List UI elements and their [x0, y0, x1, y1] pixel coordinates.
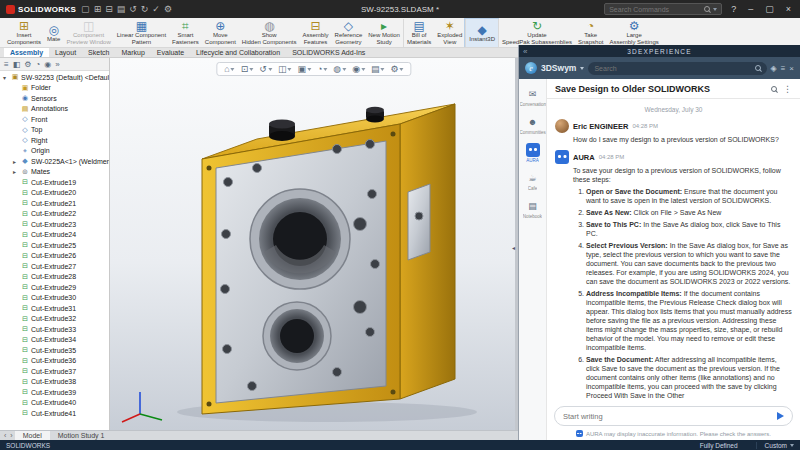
close-button[interactable]: ×: [783, 4, 794, 14]
tree-item[interactable]: ⊟ Cut-Extrude36: [0, 356, 109, 367]
tree-item[interactable]: ⊟ Cut-Extrude19: [0, 177, 109, 188]
view-toolbar-icon[interactable]: ⊡: [241, 64, 254, 74]
expand-caret-icon[interactable]: ▸: [13, 158, 19, 165]
ribbon-tab[interactable]: Lifecycle and Collaboration: [190, 48, 286, 57]
chevron-down-icon[interactable]: [307, 68, 311, 71]
ribbon-button[interactable]: ⊕ Move Component: [202, 19, 239, 47]
rail-item[interactable]: ▤ Notebook: [520, 199, 546, 219]
swym-search-box[interactable]: [588, 62, 766, 75]
search-in-conversation-icon[interactable]: [771, 86, 777, 92]
compass-icon[interactable]: e: [525, 62, 537, 74]
view-toolbar-icon[interactable]: ⌂: [224, 64, 234, 74]
tree-item[interactable]: ⊟ Cut-Extrude39: [0, 387, 109, 398]
ribbon-button[interactable]: ◔ Take Snapshot: [575, 19, 606, 47]
ribbon-button[interactable]: ▸ New Motion Study: [365, 19, 403, 47]
chevron-down-icon[interactable]: [400, 68, 404, 71]
ribbon-button[interactable]: ◎ Mate: [44, 19, 63, 47]
collapse-icon[interactable]: «: [523, 47, 529, 56]
view-toolbar-icon[interactable]: ◉: [352, 64, 365, 74]
ribbon-button[interactable]: ⊞ Insert Components: [4, 19, 44, 47]
tree-item[interactable]: ⊟ Cut-Extrude38: [0, 377, 109, 388]
titlebar-quick-icon[interactable]: ✓: [152, 4, 160, 14]
help-icon[interactable]: ?: [728, 4, 739, 14]
chevron-down-icon[interactable]: [231, 68, 235, 71]
chevron-down-icon[interactable]: [287, 68, 291, 71]
featuremanager-tab-icon[interactable]: ◔: [35, 60, 40, 69]
chevron-down-icon[interactable]: [268, 68, 272, 71]
model-tab[interactable]: Model: [15, 431, 50, 440]
unit-system-dropdown[interactable]: Custom: [756, 442, 794, 449]
ribbon-button[interactable]: ▦ Linear Component Pattern: [114, 19, 169, 47]
ribbon-button[interactable]: ▤ Bill of Materials: [403, 19, 434, 47]
ribbon-tab[interactable]: Sketch: [82, 48, 115, 57]
tree-item[interactable]: ▤ Annotations: [0, 104, 109, 115]
view-toolbar-icon[interactable]: ◍: [333, 64, 346, 74]
tree-item[interactable]: ⊟ Cut-Extrude31: [0, 303, 109, 314]
ribbon-button[interactable]: ⊟ Assembly Features: [300, 19, 332, 47]
chevron-down-icon[interactable]: [580, 67, 584, 70]
tree-item[interactable]: ⊟ Cut-Extrude35: [0, 345, 109, 356]
ribbon-tab[interactable]: Assembly: [4, 48, 49, 57]
close-panel-icon[interactable]: ×: [789, 64, 794, 73]
tree-item[interactable]: ⊟ Cut-Extrude32: [0, 314, 109, 325]
tree-item[interactable]: ◇ Right: [0, 135, 109, 146]
tree-item[interactable]: ⊟ Cut-Extrude33: [0, 324, 109, 335]
titlebar-quick-icon[interactable]: ▤: [117, 4, 126, 14]
featuremanager-tab-icon[interactable]: ≡: [4, 60, 9, 69]
chevron-down-icon[interactable]: [249, 68, 253, 71]
tree-item[interactable]: ◉ Sensors: [0, 93, 109, 104]
swym-app-name[interactable]: 3DSwym: [541, 63, 576, 73]
tree-item[interactable]: ⊟ Cut-Extrude26: [0, 251, 109, 262]
ribbon-button[interactable]: ✶ Exploded View: [434, 19, 465, 47]
tag-icon[interactable]: ◈: [771, 64, 777, 73]
expand-caret-icon[interactable]: ▾: [3, 74, 9, 81]
swym-search-input[interactable]: [594, 65, 750, 72]
tree-item[interactable]: ⊟ Cut-Extrude21: [0, 198, 109, 209]
featuremanager-tab-icon[interactable]: ◧: [13, 60, 21, 69]
titlebar-quick-icon[interactable]: ▢: [81, 4, 90, 14]
tree-item[interactable]: ⊟ Cut-Extrude25: [0, 240, 109, 251]
tree-item[interactable]: ⊟ Cut-Extrude34: [0, 335, 109, 346]
featuremanager-tab-icon[interactable]: ⚙: [24, 60, 31, 69]
tree-item[interactable]: ⊟ Cut-Extrude27: [0, 261, 109, 272]
maximize-button[interactable]: ▢: [762, 4, 777, 14]
tree-item[interactable]: ▸ ⊚ Mates: [0, 167, 109, 178]
message-input-bar[interactable]: [554, 406, 793, 426]
panel-splitter[interactable]: [515, 58, 518, 430]
titlebar-quick-icon[interactable]: ⊟: [105, 4, 113, 14]
chevron-down-icon[interactable]: [361, 68, 365, 71]
view-toolbar-icon[interactable]: ⚙: [391, 64, 404, 74]
ribbon-button[interactable]: ◆ Instant3D: [465, 19, 498, 47]
ribbon-tab[interactable]: Layout: [49, 48, 82, 57]
titlebar-quick-icon[interactable]: ⚙: [164, 4, 172, 14]
message-list[interactable]: Wednesday, July 30 Eric ENGINEER 04:28 P…: [547, 99, 800, 404]
ribbon-tab[interactable]: Evaluate: [151, 48, 190, 57]
titlebar-quick-icon[interactable]: ↻: [141, 4, 149, 14]
rail-item[interactable]: ✉ Conversations: [520, 87, 546, 107]
chevron-down-icon[interactable]: [381, 68, 385, 71]
rail-item[interactable]: AURA: [520, 143, 546, 163]
ribbon-button[interactable]: ⚙ Large Assembly Settings: [606, 19, 661, 47]
ribbon-tab[interactable]: SOLIDWORKS Add-Ins: [286, 48, 371, 57]
search-commands-input[interactable]: [609, 6, 701, 13]
tree-item[interactable]: ⊟ Cut-Extrude37: [0, 366, 109, 377]
tree-item[interactable]: ⊟ Cut-Extrude41: [0, 408, 109, 419]
titlebar-quick-icon[interactable]: ↺: [129, 4, 137, 14]
tree-item[interactable]: ⊟ Cut-Extrude28: [0, 272, 109, 283]
user-avatar[interactable]: [555, 119, 569, 133]
expand-caret-icon[interactable]: ▸: [13, 168, 19, 175]
minimize-button[interactable]: –: [745, 4, 756, 14]
tree-item[interactable]: ⊟ Cut-Extrude20: [0, 188, 109, 199]
ribbon-button[interactable]: ↻ Update SpeedPak Subassemblies: [498, 19, 575, 47]
ribbon-button[interactable]: ⌗ Smart Fasteners: [169, 19, 202, 47]
ribbon-tab[interactable]: Markup: [116, 48, 151, 57]
tree-item[interactable]: ▣ Folder: [0, 83, 109, 94]
titlebar-quick-icon[interactable]: ⊞: [94, 4, 102, 14]
model-tab[interactable]: Motion Study 1: [50, 431, 113, 440]
tree-item[interactable]: ⊟ Cut-Extrude29: [0, 282, 109, 293]
tree-item[interactable]: ▸ ◆ SW-0225A<1> (Weldment) <W: [0, 156, 109, 167]
tree-item[interactable]: ⊟ Cut-Extrude30: [0, 293, 109, 304]
tree-item[interactable]: ⊟ Cut-Extrude22: [0, 209, 109, 220]
tree-item[interactable]: ⌖ Origin: [0, 146, 109, 157]
view-toolbar-icon[interactable]: ↺: [259, 64, 272, 74]
